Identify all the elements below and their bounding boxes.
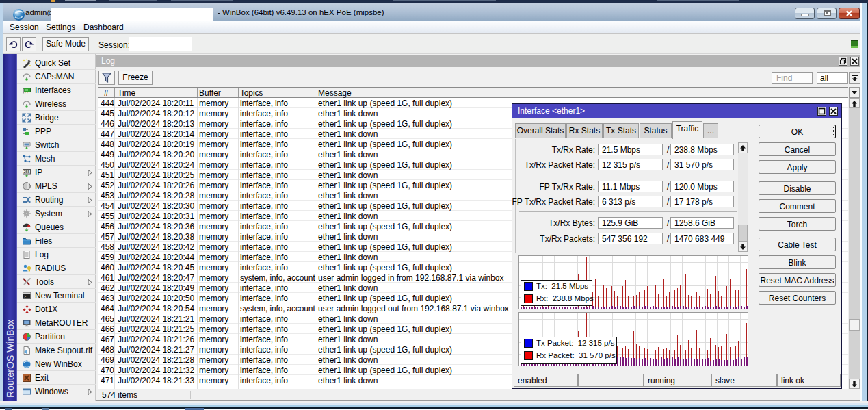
svg-text:>_: >_ (24, 295, 29, 299)
svg-text:255: 255 (23, 170, 29, 174)
